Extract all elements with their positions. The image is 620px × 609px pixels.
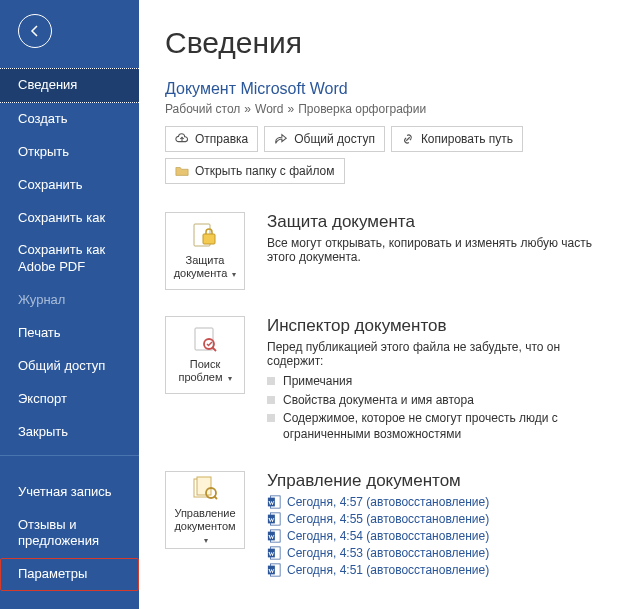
breadcrumb-part[interactable]: Рабочий стол xyxy=(165,102,240,116)
bullet-list: ПримечанияСвойства документа и имя автор… xyxy=(267,374,600,442)
section-desc: Перед публикацией этого файла не забудьт… xyxy=(267,340,600,368)
section-body: Защита документаВсе могут открывать, коп… xyxy=(267,212,600,290)
nav-item-label: Общий доступ xyxy=(18,358,105,373)
action-label: Общий доступ xyxy=(294,132,375,146)
section-desc: Все могут открывать, копировать и изменя… xyxy=(267,236,600,264)
nav-item[interactable]: Закрыть xyxy=(0,416,139,449)
nav-item[interactable]: Учетная запись xyxy=(0,476,139,509)
bullet-text: Примечания xyxy=(283,374,352,390)
nav-item[interactable]: Сведения xyxy=(0,68,139,103)
section-tile[interactable]: Управление документом ▾ xyxy=(165,471,245,549)
tile-label: Защита документа ▾ xyxy=(170,254,240,279)
svg-text:W: W xyxy=(268,534,275,540)
nav-item[interactable]: Создать xyxy=(0,103,139,136)
svg-text:W: W xyxy=(268,568,275,574)
nav-item-label: Открыть xyxy=(18,144,69,159)
nav-item-label: Журнал xyxy=(18,292,65,307)
inspect-icon xyxy=(191,326,219,354)
back-button[interactable] xyxy=(18,14,52,48)
action-button[interactable]: Копировать путь xyxy=(391,126,523,152)
word-doc-icon: W xyxy=(267,495,281,509)
nav-item-label: Учетная запись xyxy=(18,484,112,499)
version-label: Сегодня, 4:53 (автовосстановление) xyxy=(287,546,489,560)
bullet-item: Свойства документа и имя автора xyxy=(267,393,600,409)
breadcrumb-part[interactable]: Word xyxy=(255,102,283,116)
version-item[interactable]: WСегодня, 4:54 (автовосстановление) xyxy=(267,529,600,543)
action-label: Копировать путь xyxy=(421,132,513,146)
word-doc-icon: W xyxy=(267,546,281,560)
nav-item-label: Печать xyxy=(18,325,61,340)
svg-line-8 xyxy=(214,496,217,499)
nav-item-label: Закрыть xyxy=(18,424,68,439)
nav-item[interactable]: Экспорт xyxy=(0,383,139,416)
bullet-marker-icon xyxy=(267,377,275,385)
svg-rect-6 xyxy=(197,477,211,495)
nav-item: Журнал xyxy=(0,284,139,317)
folder-icon xyxy=(175,164,189,178)
action-label: Отправка xyxy=(195,132,248,146)
cloud-up-icon xyxy=(175,132,189,146)
version-item[interactable]: WСегодня, 4:53 (автовосстановление) xyxy=(267,546,600,560)
action-button[interactable]: Общий доступ xyxy=(264,126,385,152)
nav-item[interactable]: Сохранить как Adobe PDF xyxy=(0,234,139,284)
nav-item-label: Отзывы и предложения xyxy=(18,517,99,549)
chevron-down-icon: ▾ xyxy=(232,270,236,279)
nav-item-label: Экспорт xyxy=(18,391,67,406)
nav-separator xyxy=(0,455,139,456)
share-arrow-icon xyxy=(274,132,288,146)
version-item[interactable]: WСегодня, 4:55 (автовосстановление) xyxy=(267,512,600,526)
sidebar: СведенияСоздатьОткрытьСохранитьСохранить… xyxy=(0,0,139,609)
svg-text:W: W xyxy=(268,551,275,557)
nav-item[interactable]: Общий доступ xyxy=(0,350,139,383)
nav-item[interactable]: Отзывы и предложения xyxy=(0,509,139,559)
nav-item[interactable]: Сохранить xyxy=(0,169,139,202)
info-section: Управление документом ▾Управление докуме… xyxy=(165,471,600,580)
section-tile[interactable]: Защита документа ▾ xyxy=(165,212,245,290)
action-button[interactable]: Открыть папку с файлом xyxy=(165,158,345,184)
chevron-down-icon: ▾ xyxy=(204,536,208,545)
chevron-down-icon: ▾ xyxy=(228,374,232,383)
version-list: WСегодня, 4:57 (автовосстановление)WСего… xyxy=(267,495,600,577)
section-body: Управление документомWСегодня, 4:57 (авт… xyxy=(267,471,600,580)
action-button[interactable]: Отправка xyxy=(165,126,258,152)
info-section: Защита документа ▾Защита документаВсе мо… xyxy=(165,212,600,290)
info-section: Поиск проблем ▾Инспектор документовПеред… xyxy=(165,316,600,445)
page-title: Сведения xyxy=(165,26,600,60)
section-body: Инспектор документовПеред публикацией эт… xyxy=(267,316,600,445)
nav-item-label: Сведения xyxy=(18,77,77,92)
word-doc-icon: W xyxy=(267,529,281,543)
version-item[interactable]: WСегодня, 4:51 (автовосстановление) xyxy=(267,563,600,577)
version-label: Сегодня, 4:54 (автовосстановление) xyxy=(287,529,489,543)
bullet-text: Содержимое, которое не смогут прочесть л… xyxy=(283,411,600,442)
main-pane: Сведения Документ Microsoft Word Рабочий… xyxy=(139,0,620,609)
action-bar: ОтправкаОбщий доступКопировать путьОткры… xyxy=(165,126,600,184)
section-title: Управление документом xyxy=(267,471,600,491)
version-label: Сегодня, 4:57 (автовосстановление) xyxy=(287,495,489,509)
breadcrumb-sep: » xyxy=(287,102,294,116)
svg-text:W: W xyxy=(268,500,275,506)
manage-doc-icon xyxy=(191,475,219,503)
lock-doc-icon xyxy=(191,222,219,250)
nav-item[interactable]: Параметры xyxy=(0,558,139,591)
nav-item-label: Сохранить xyxy=(18,177,83,192)
action-label: Открыть папку с файлом xyxy=(195,164,335,178)
bullet-text: Свойства документа и имя автора xyxy=(283,393,474,409)
version-label: Сегодня, 4:51 (автовосстановление) xyxy=(287,563,489,577)
version-label: Сегодня, 4:55 (автовосстановление) xyxy=(287,512,489,526)
version-item[interactable]: WСегодня, 4:57 (автовосстановление) xyxy=(267,495,600,509)
nav-item-label: Параметры xyxy=(18,566,87,581)
link-icon xyxy=(401,132,415,146)
nav-item[interactable]: Сохранить как xyxy=(0,202,139,235)
breadcrumb-sep: » xyxy=(244,102,251,116)
nav-item[interactable]: Печать xyxy=(0,317,139,350)
bullet-marker-icon xyxy=(267,414,275,422)
nav-item[interactable]: Открыть xyxy=(0,136,139,169)
word-doc-icon: W xyxy=(267,563,281,577)
section-title: Инспектор документов xyxy=(267,316,600,336)
breadcrumb-part[interactable]: Проверка орфографии xyxy=(298,102,426,116)
breadcrumb: Рабочий стол»Word»Проверка орфографии xyxy=(165,102,600,116)
svg-text:W: W xyxy=(268,517,275,523)
section-tile[interactable]: Поиск проблем ▾ xyxy=(165,316,245,394)
tile-label: Поиск проблем ▾ xyxy=(170,358,240,383)
tile-label: Управление документом ▾ xyxy=(170,507,240,545)
